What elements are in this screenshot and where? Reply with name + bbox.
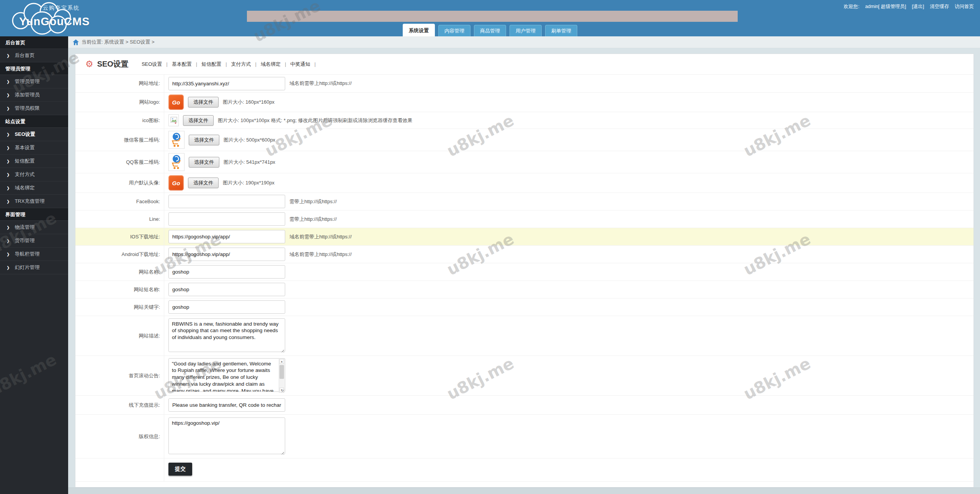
site-short-name-input[interactable]	[168, 283, 285, 296]
subtab-seo[interactable]: SEO设置	[142, 61, 162, 68]
nav-tab-content-mgmt[interactable]: 内容管理	[438, 25, 470, 36]
sidebar-item-label: 域名绑定	[15, 184, 34, 191]
form-label-site-description: 网站描述:	[75, 316, 164, 355]
ios-download-url-input[interactable]	[168, 230, 285, 243]
site-logo-thumbnail: Go	[168, 95, 184, 110]
sidebar-item-slideshow-mgmt[interactable]: ❯幻灯片管理	[0, 261, 68, 274]
top-user-links: 欢迎您: admin[ 超级管理员] [退出] 清空缓存 访问首页	[844, 3, 974, 10]
form-field-home-announcement: ▲▼	[164, 356, 973, 395]
sidebar-item-label: 基本设置	[15, 144, 34, 151]
form-row-line: Line:需带上http://或https://	[75, 210, 973, 228]
form-row-site-logo: 网站logo:Go选择文件图片大小: 160px*160px	[75, 93, 973, 112]
submit-button[interactable]: 提交	[168, 463, 192, 476]
ico-icon-choose-file-button[interactable]: 选择文件	[183, 115, 214, 126]
sidebar-item-sms-config[interactable]: ❯短信配置	[0, 155, 68, 168]
subtab-payment[interactable]: 支付方式	[231, 61, 251, 68]
form-field-site-description	[164, 316, 973, 355]
form-field-wechat-service-qr: 选择文件图片大小: 500px*600px	[164, 129, 973, 151]
form-label-qq-service-qr: QQ客服二维码:	[75, 151, 164, 173]
site-name-input[interactable]	[168, 265, 285, 279]
subtab-domain-binding[interactable]: 域名绑定	[261, 61, 281, 68]
sidebar-item-currency-mgmt[interactable]: ❯货币管理	[0, 234, 68, 248]
form-label-copyright-info: 版权信息:	[75, 415, 164, 458]
qq-service-qr-choose-file-button[interactable]: 选择文件	[189, 157, 219, 168]
subtab-separator: |	[225, 61, 227, 67]
home-icon	[73, 39, 79, 45]
sidebar-item-logistics-mgmt[interactable]: ❯物流管理	[0, 221, 68, 234]
form-hint: 图片大小: 160px*160px	[223, 99, 274, 106]
home-announcement-textarea-wrap: ▲▼	[168, 358, 285, 393]
site-keywords-input[interactable]	[168, 300, 285, 314]
form-label-wechat-service-qr: 微信客服二维码:	[75, 129, 164, 151]
form-hint: 图片大小: 541px*741px	[224, 159, 275, 166]
form-hint: 图片大小: 100px*100px 格式: *.png; 修改此图片后请强制刷新…	[218, 117, 413, 124]
scrollbar-thumb[interactable]	[279, 365, 284, 379]
sidebar-item-label: 短信配置	[15, 158, 34, 165]
form-field-site-logo: Go选择文件图片大小: 160px*160px	[164, 93, 973, 112]
subtab-sms-config[interactable]: 短信配置	[201, 61, 221, 68]
sidebar-item-navbar-mgmt[interactable]: ❯导航栏管理	[0, 248, 68, 261]
breadcrumb: 当前位置: 系统设置 > SEO设置 >	[68, 36, 980, 48]
logout-link[interactable]: [退出]	[912, 3, 924, 10]
form-row-home-announcement: 首页滚动公告:▲▼	[75, 356, 973, 396]
chevron-right-icon: ❯	[7, 80, 10, 84]
site-url-input[interactable]	[168, 77, 285, 90]
default-avatar-choose-file-button[interactable]: 选择文件	[188, 178, 219, 188]
copyright-info-textarea-wrap	[168, 417, 285, 456]
sidebar-item-dashboard-home[interactable]: ❯后台首页	[0, 49, 68, 62]
form-field-default-avatar: Go选择文件图片大小: 190px*190px	[164, 173, 973, 192]
wechat-service-qr-choose-file-button[interactable]: 选择文件	[189, 135, 219, 145]
scrollbar-up-arrow[interactable]: ▲	[279, 359, 284, 364]
form-field-qq-service-qr: 选择文件图片大小: 541px*741px	[164, 151, 973, 173]
facebook-input[interactable]	[168, 195, 285, 208]
line-input[interactable]	[168, 212, 285, 226]
form-label-submit	[75, 458, 164, 481]
sidebar-item-label: SEO设置	[15, 131, 35, 138]
form-row-site-url: 网站地址:域名前需带上http://或https://	[75, 75, 973, 93]
nav-tab-system-settings[interactable]: 系统设置	[403, 24, 435, 36]
form-field-site-name	[164, 263, 973, 280]
subtab-separator: |	[314, 61, 315, 67]
wechat-service-qr-thumbnail	[168, 131, 185, 149]
subtab-prize-notice[interactable]: 中奖通知	[290, 61, 310, 68]
clear-cache-link[interactable]: 清空缓存	[930, 3, 949, 10]
nav-tab-user-mgmt[interactable]: 用户管理	[510, 25, 542, 36]
sidebar-item-seo-settings[interactable]: ❯SEO设置	[0, 128, 68, 141]
site-logo-choose-file-button[interactable]: 选择文件	[188, 97, 219, 108]
sidebar-item-label: 货币管理	[15, 237, 34, 244]
form-row-site-keywords: 网站关键字:	[75, 298, 973, 316]
form-field-facebook: 需带上http://或https://	[164, 193, 973, 210]
nav-tab-order-brush-mgmt[interactable]: 刷单管理	[545, 25, 577, 36]
sidebar-item-label: 管理员管理	[15, 78, 39, 85]
form-row-default-avatar: 用户默认头像:Go选择文件图片大小: 190px*190px	[75, 173, 973, 193]
form-field-submit: 提交	[164, 458, 973, 481]
sidebar-item-admin-list[interactable]: ❯管理员管理	[0, 75, 68, 88]
form-row-site-name: 网站名称:	[75, 263, 973, 281]
sidebar-item-basic-settings[interactable]: ❯基本设置	[0, 141, 68, 155]
sidebar-item-domain-binding[interactable]: ❯域名绑定	[0, 181, 68, 195]
subtab-separator: |	[196, 61, 197, 67]
sidebar-item-trx-recharge-mgmt[interactable]: ❯TRX充值管理	[0, 195, 68, 208]
nav-tab-goods-mgmt[interactable]: 商品管理	[474, 25, 506, 36]
sidebar-item-admin-perms[interactable]: ❯管理员权限	[0, 102, 68, 115]
form-label-line: Line:	[75, 210, 164, 228]
default-avatar-thumbnail: Go	[168, 175, 184, 191]
offline-recharge-tip-input[interactable]	[168, 398, 285, 412]
form-label-site-url: 网站地址:	[75, 75, 164, 92]
form-row-offline-recharge-tip: 线下充值提示:	[75, 396, 973, 415]
main-area: 当前位置: 系统设置 > SEO设置 > ⚙ SEO设置 SEO设置|基本配置|…	[68, 36, 980, 494]
sidebar-section-site-settings: 站点设置	[0, 115, 68, 128]
subtab-basic-config[interactable]: 基本配置	[172, 61, 192, 68]
home-announcement-textarea[interactable]	[168, 358, 285, 392]
page-title: SEO设置	[97, 59, 129, 69]
form-label-site-name: 网站名称:	[75, 263, 164, 280]
copyright-info-textarea[interactable]	[168, 417, 285, 454]
sidebar-section-ui-mgmt: 界面管理	[0, 208, 68, 221]
android-download-url-input[interactable]	[168, 248, 285, 261]
sidebar-item-admin-add[interactable]: ❯添加管理员	[0, 88, 68, 102]
sidebar-item-payment-methods[interactable]: ❯支付方式	[0, 168, 68, 181]
site-description-textarea[interactable]	[168, 318, 285, 352]
card-header: ⚙ SEO设置 SEO设置|基本配置|短信配置|支付方式|域名绑定|中奖通知|	[75, 54, 973, 74]
visit-home-link[interactable]: 访问首页	[955, 3, 974, 10]
textarea-scrollbar[interactable]: ▲▼	[279, 359, 284, 393]
